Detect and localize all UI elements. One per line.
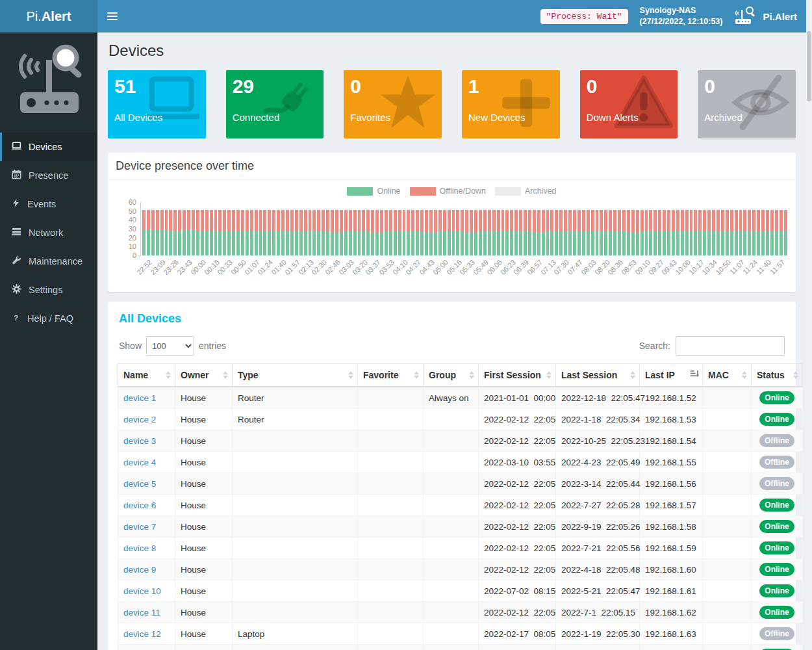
sort-icon [546, 371, 552, 379]
devices-table: NameOwnerTypeFavoriteGroupFirst SessionL… [118, 363, 803, 650]
all-devices-panel: All Devices Show 100 entries Search: Nam… [108, 302, 796, 650]
chart-bar [483, 202, 487, 255]
y-tick-label: 10 [129, 242, 136, 250]
status-badge: Online [759, 563, 794, 576]
chart-bar [394, 202, 397, 255]
sidebar-item-help-faq[interactable]: ?Help / FAQ [0, 304, 97, 333]
card-value: 0 [350, 75, 435, 98]
chart-bar [272, 202, 275, 255]
device-link[interactable]: device 2 [123, 415, 156, 424]
column-header-mac[interactable]: MAC [703, 364, 752, 387]
card-new-devices[interactable]: 1 New Devices [462, 70, 560, 138]
scrollbar-thumb[interactable] [807, 31, 811, 101]
column-header-first-session[interactable]: First Session [479, 364, 556, 387]
column-header-owner[interactable]: Owner [175, 364, 233, 387]
chart-bars [141, 202, 787, 255]
chart-bar [577, 202, 581, 255]
chart-bar [452, 202, 455, 255]
card-down-alerts[interactable]: 0 Down Alerts [580, 70, 678, 138]
table-row: device 6House2022-02-12 22:052022-7-27 2… [118, 495, 803, 516]
device-link[interactable]: device 4 [123, 458, 156, 467]
chart-x-axis: 22:5223:0923:2623:4300:0000:1600:3300:50… [140, 255, 787, 285]
pialert-logo [0, 32, 97, 127]
chart-bar [470, 202, 473, 255]
column-header-last-session[interactable]: Last Session [556, 364, 640, 387]
app-logo-suffix: Alert [42, 9, 71, 24]
device-link[interactable]: device 5 [123, 479, 156, 489]
chart-bar [246, 202, 249, 255]
chart-bar [151, 202, 155, 255]
sort-icon [742, 371, 747, 379]
chart-bar [420, 202, 424, 255]
chart-bar [340, 202, 343, 255]
chart-bar [362, 202, 365, 255]
card-archived[interactable]: 0 Archived [698, 70, 796, 138]
chart-bar [591, 202, 594, 255]
device-link[interactable]: device 12 [123, 629, 161, 639]
devices-table-header-row: NameOwnerTypeFavoriteGroupFirst SessionL… [118, 364, 803, 387]
page-length-select[interactable]: 100 [146, 336, 194, 356]
chart-bar [474, 202, 477, 255]
chart-bar [618, 202, 621, 255]
chart-bar [726, 202, 729, 255]
status-badge: Online [759, 606, 794, 619]
sidebar-item-network[interactable]: Network [0, 218, 97, 247]
brand-label: Pi.Alert [763, 11, 797, 22]
column-header-last-ip[interactable]: Last IP [640, 364, 703, 387]
brand-link[interactable]: Pi.Alert [734, 6, 797, 27]
table-row: device 11House2022-02-12 22:052022-7-1 2… [118, 602, 803, 623]
presence-chart-panel: Device presence over time OnlineOffline/… [108, 153, 796, 292]
chart-bar [309, 202, 312, 255]
chart-bar [528, 202, 531, 255]
chart-plot-area [140, 202, 787, 255]
presence-chart: 0102030405060 [117, 202, 787, 255]
chart-bar [550, 202, 553, 255]
device-link[interactable]: device 3 [123, 436, 156, 446]
column-header-group[interactable]: Group [424, 364, 479, 387]
chart-bar [653, 202, 657, 255]
search-label: Search: [639, 341, 670, 351]
device-link[interactable]: device 6 [123, 500, 156, 510]
column-header-status[interactable]: Status [752, 364, 803, 387]
page-title: Devices [108, 42, 798, 60]
sidebar-item-maintenance[interactable]: Maintenance [0, 247, 97, 276]
sidebar-item-presence[interactable]: Presence [0, 161, 97, 190]
column-header-name[interactable]: Name [118, 364, 175, 387]
sidebar-item-settings[interactable]: Settings [0, 276, 97, 304]
chart-bar [461, 202, 464, 255]
column-header-favorite[interactable]: Favorite [358, 364, 424, 387]
card-all-devices[interactable]: 51 All Devices [108, 70, 206, 138]
chart-bar [784, 202, 787, 255]
card-value: 29 [233, 75, 318, 98]
search-input[interactable] [676, 336, 785, 356]
calendar-icon [12, 170, 21, 181]
devices-table-body: device 1HouseRouterAlways on2021-01-01 0… [118, 387, 803, 650]
chart-bar [568, 202, 572, 255]
sidebar-item-devices[interactable]: Devices [0, 133, 97, 161]
chart-bar [501, 202, 505, 255]
chart-bar [335, 202, 338, 255]
chart-bar [295, 202, 298, 255]
chart-bar [542, 202, 545, 255]
chart-bar [761, 202, 765, 255]
device-link[interactable]: device 11 [123, 608, 160, 618]
device-link[interactable]: device 9 [123, 565, 156, 575]
device-link[interactable]: device 8 [123, 543, 156, 553]
device-link[interactable]: device 10 [123, 586, 161, 596]
page-scrollbar[interactable] [806, 0, 812, 650]
device-link[interactable]: device 7 [123, 522, 156, 532]
sidebar-toggle-button[interactable] [97, 0, 127, 32]
chart-bar [492, 202, 496, 255]
chart-bar [259, 202, 262, 255]
summary-cards: 51 All Devices29 Connected0 Favorites1 N… [108, 70, 796, 138]
card-favorites[interactable]: 0 Favorites [344, 70, 442, 138]
app-logo[interactable]: Pi.Alert [0, 0, 97, 32]
card-connected[interactable]: 29 Connected [226, 70, 324, 138]
column-header-type[interactable]: Type [233, 364, 358, 387]
device-link[interactable]: device 1 [123, 393, 156, 403]
network-icon [12, 227, 21, 239]
legend-item-offline-down: Offline/Down [410, 187, 486, 196]
table-row: device 13House2022-07-19 23:452022-8-28 … [118, 645, 803, 650]
sidebar-item-events[interactable]: Events [0, 190, 97, 218]
chart-bar [780, 202, 783, 255]
